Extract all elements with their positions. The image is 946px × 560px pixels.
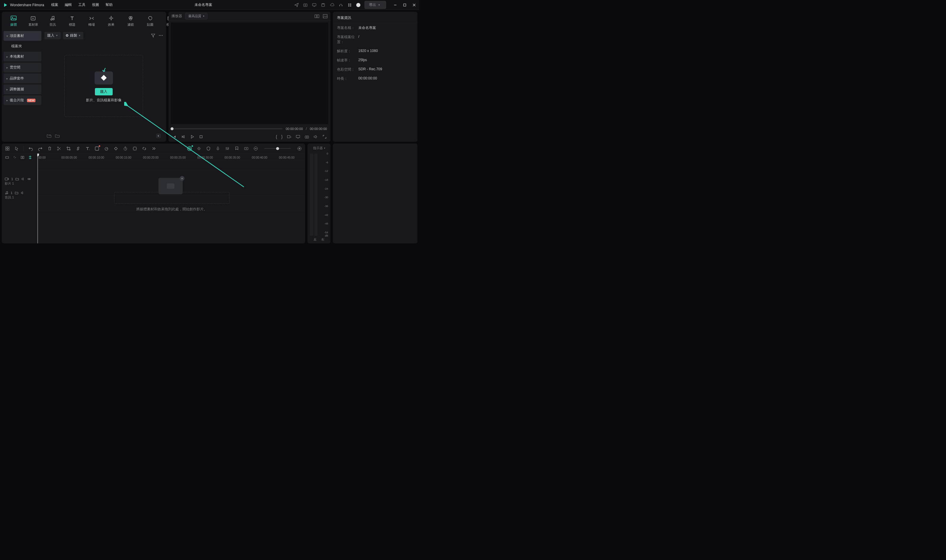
minimize-button[interactable] — [393, 3, 397, 7]
track-opt-1-icon[interactable] — [5, 155, 9, 160]
side-cloud[interactable]: ▸雲空間 — [3, 63, 42, 72]
side-project-media[interactable]: ▾項目素材 — [3, 31, 42, 41]
apps-icon[interactable] — [347, 3, 352, 8]
text-tool-icon[interactable] — [85, 146, 90, 151]
fullscreen-monitor-icon[interactable] — [296, 134, 300, 139]
playback-quality-select[interactable]: 最高品質▾ — [185, 13, 208, 20]
import-drop-zone[interactable]: 匯入 影片、音訊檔案和影像 — [65, 55, 143, 117]
enhance-icon[interactable] — [196, 146, 202, 151]
speed-icon[interactable] — [104, 146, 109, 151]
menu-edit[interactable]: 編輯 — [65, 2, 72, 8]
import-button[interactable]: 匯入 — [95, 88, 113, 95]
save-icon[interactable] — [321, 3, 326, 8]
tab-title[interactable]: 標題 — [63, 14, 81, 28]
more-tools-icon[interactable] — [151, 146, 156, 151]
crop-icon[interactable] — [66, 146, 71, 151]
mixer-icon[interactable] — [225, 146, 230, 151]
import-dropdown[interactable]: 匯入▾ — [44, 32, 60, 39]
headset-icon[interactable] — [338, 3, 343, 8]
snapshot-icon[interactable] — [304, 134, 309, 139]
monitor-icon[interactable] — [312, 3, 316, 8]
mark-out-icon[interactable]: } — [281, 134, 282, 139]
timeline-ruler[interactable]: 00:0000:00:05:0000:00:10:0000:00:15:0000… — [37, 154, 305, 160]
plus-icon: + — [180, 176, 184, 181]
ai-tool-icon[interactable] — [187, 146, 192, 151]
playhead[interactable] — [37, 154, 38, 243]
sort-filter-icon[interactable] — [151, 33, 156, 38]
side-folder[interactable]: 檔案夾 — [3, 42, 42, 51]
close-button[interactable] — [412, 3, 416, 7]
title-bar: Wondershare Filmora 檔案 編輯 工具 視圖 幫助 未命名專案… — [0, 0, 419, 10]
step-back-icon[interactable] — [181, 134, 186, 139]
zoom-in-icon[interactable] — [297, 146, 302, 151]
zoom-thumb[interactable] — [276, 147, 279, 150]
delete-icon[interactable] — [47, 146, 52, 151]
undo-icon[interactable] — [28, 146, 33, 151]
volume-icon[interactable] — [313, 134, 318, 139]
side-local-media[interactable]: ▸本地素材 — [3, 52, 42, 62]
menu-view[interactable]: 視圖 — [92, 2, 99, 8]
player-viewport[interactable] — [171, 22, 328, 124]
mute-icon[interactable] — [21, 191, 24, 195]
prev-frame-icon[interactable] — [172, 134, 177, 139]
stop-icon[interactable] — [199, 134, 204, 139]
meter-title[interactable]: 指示器▾ — [307, 143, 330, 152]
caret-right-icon: ▸ — [6, 55, 8, 58]
export-button[interactable]: 導出▼ — [364, 1, 386, 9]
link-icon[interactable] — [142, 146, 147, 151]
user-avatar[interactable] — [356, 3, 360, 7]
scrub-head[interactable] — [171, 127, 174, 130]
render-icon[interactable] — [244, 146, 249, 151]
mute-icon[interactable] — [21, 177, 25, 181]
cursor-icon[interactable] — [14, 146, 20, 151]
record-dropdown[interactable]: 錄製▾ — [63, 32, 83, 39]
screenshot-icon[interactable] — [303, 3, 308, 8]
shield-icon[interactable] — [206, 146, 211, 151]
tab-audio[interactable]: 音訊 — [44, 14, 62, 28]
side-compound-clip[interactable]: ▸復合片段NEW — [3, 95, 42, 105]
cloud-icon[interactable] — [330, 3, 334, 8]
redo-icon[interactable] — [37, 146, 43, 151]
folder-icon[interactable] — [55, 134, 60, 138]
timer-icon[interactable] — [123, 146, 128, 151]
tab-transition[interactable]: 轉場 — [83, 14, 100, 28]
maximize-button[interactable] — [403, 3, 407, 7]
marker-icon[interactable] — [234, 146, 239, 151]
tab-media[interactable]: 媒體 — [5, 14, 22, 28]
layout-icon[interactable] — [5, 146, 10, 151]
more-icon[interactable] — [159, 33, 163, 38]
track-opt-3-icon[interactable] — [20, 155, 25, 160]
color-tool-icon[interactable] — [94, 146, 100, 151]
menu-tools[interactable]: 工具 — [78, 2, 85, 8]
timeline-tracks[interactable]: 00:0000:00:05:0000:00:10:0000:00:15:0000… — [37, 154, 305, 243]
collapse-sidebar-icon[interactable] — [156, 134, 161, 138]
tab-effects[interactable]: 效果 — [102, 14, 120, 28]
picture-icon[interactable] — [323, 14, 327, 18]
play-icon[interactable] — [190, 134, 194, 139]
expand-icon[interactable] — [322, 134, 327, 139]
menu-help[interactable]: 幫助 — [105, 2, 113, 8]
track-opt-2-icon[interactable] — [12, 155, 17, 160]
menu-file[interactable]: 檔案 — [51, 2, 58, 8]
zoom-slider[interactable] — [264, 148, 291, 149]
zoom-out-icon[interactable] — [253, 146, 258, 151]
keyframe-icon[interactable] — [113, 146, 119, 151]
send-icon[interactable] — [294, 3, 299, 8]
mic-icon[interactable] — [215, 146, 221, 151]
mark-in-icon[interactable]: { — [276, 134, 277, 139]
audio-edit-icon[interactable] — [76, 146, 81, 151]
tab-filters[interactable]: 濾鏡 — [122, 14, 139, 28]
side-adjustment-layer[interactable]: ▸調整圖層 — [3, 85, 42, 94]
split-icon[interactable] — [57, 146, 62, 151]
export-label: 導出 — [369, 2, 376, 8]
aspect-icon[interactable] — [287, 134, 292, 139]
scrub-track[interactable] — [172, 128, 282, 129]
compare-view-icon[interactable] — [315, 14, 319, 18]
tab-stock[interactable]: 素材庫 — [24, 14, 42, 28]
eye-icon[interactable] — [27, 177, 31, 181]
new-folder-icon[interactable] — [47, 134, 51, 138]
side-brand-kit[interactable]: ▸品牌套件 — [3, 74, 42, 83]
detect-icon[interactable] — [132, 146, 137, 151]
tab-stickers[interactable]: 貼圖 — [141, 14, 159, 28]
track-opt-4-icon[interactable] — [28, 155, 32, 160]
